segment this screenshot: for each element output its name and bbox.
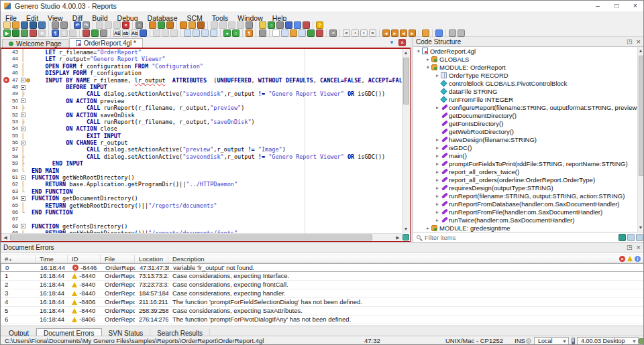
new-file-button[interactable] xyxy=(3,21,11,29)
column-header-description[interactable]: Description xyxy=(168,255,644,263)
fold-indicator[interactable]: │ xyxy=(19,63,26,70)
import-schema-button[interactable] xyxy=(149,21,156,29)
chevron-right-icon[interactable]: ▸ xyxy=(434,137,441,143)
code-line-66[interactable]: 66└END FUNCTION xyxy=(1,209,402,216)
code-line-54[interactable]: 54 ON ACTION close xyxy=(1,125,402,132)
split-grid-button[interactable] xyxy=(210,29,217,37)
tile-windows-button[interactable] xyxy=(458,29,465,37)
undo-button[interactable]: ↶ xyxy=(74,21,81,29)
merge-view-button[interactable]: ≡ xyxy=(329,29,337,37)
previous-change-button[interactable]: ◂ xyxy=(382,29,390,37)
outdent-button[interactable] xyxy=(162,29,169,37)
last-error-button[interactable]: » xyxy=(369,29,376,37)
show-invisibles-button[interactable]: ¶ xyxy=(52,29,59,37)
tree-item[interactable]: ▸promptForFieldsToPrint(rddFile:STRING, … xyxy=(413,159,637,167)
print-preview-button[interactable] xyxy=(60,21,68,29)
format-report-button[interactable]: ¶ xyxy=(246,29,253,37)
code-line-68[interactable]: 68FUNCTION getFontsDirectory() xyxy=(1,223,402,230)
fullscreen-button[interactable] xyxy=(435,29,443,37)
fold-indicator[interactable]: │ xyxy=(19,202,26,209)
scroll-left-icon[interactable]: ◀ xyxy=(1,234,9,242)
copy-button[interactable] xyxy=(105,21,112,29)
code-line-62[interactable]: 62│ RETURN base.Application.getProgramDi… xyxy=(1,181,402,188)
fold-indicator[interactable]: │ xyxy=(19,49,26,56)
form-new-button[interactable] xyxy=(272,29,280,37)
next-bookmark-button[interactable]: ▸ xyxy=(409,29,416,37)
chevron-right-icon[interactable]: ▸ xyxy=(434,145,441,151)
tree-item[interactable]: ▸requiresDesign(outputType:STRING) xyxy=(413,184,637,192)
find-in-files-button[interactable]: ○ xyxy=(136,21,143,29)
column-header-file[interactable]: File xyxy=(101,255,135,263)
compile-button[interactable] xyxy=(180,21,187,29)
schema-browser-button[interactable] xyxy=(259,21,266,29)
tree-item[interactable]: controlBlock GLOBALS.PivotControlBlock xyxy=(413,79,637,87)
fold-indicator[interactable]: ├ xyxy=(19,160,26,167)
stop-build-button[interactable] xyxy=(211,21,218,29)
fold-indicator[interactable]: ├ xyxy=(19,90,26,97)
filter-errors-icon[interactable]: × xyxy=(619,256,625,262)
form-image-button[interactable] xyxy=(316,29,323,37)
tree-item[interactable]: ▸GLOBALS xyxy=(413,55,637,63)
record-macro-button[interactable]: ● xyxy=(223,29,231,37)
help-button[interactable]: ? xyxy=(316,21,323,29)
chevron-down-icon[interactable]: ▾ xyxy=(415,48,422,54)
tree-item[interactable]: ▸configureReport(filename:STRING, output… xyxy=(413,103,637,111)
chevron-right-icon[interactable]: ▸ xyxy=(434,72,441,78)
comment-block-button[interactable] xyxy=(69,29,76,37)
fold-indicator[interactable] xyxy=(19,98,26,105)
tree-item[interactable]: dataFile STRING xyxy=(413,87,637,95)
code-line-61[interactable]: 61FUNCTION getWebRootDirectory() xyxy=(1,174,402,181)
user-management-button[interactable] xyxy=(285,21,292,29)
paste-button[interactable] xyxy=(113,21,121,29)
form-html-button[interactable] xyxy=(307,29,315,37)
code-line-52[interactable]: 52 ON ACTION saveOnDisk xyxy=(1,112,402,119)
code-line-44[interactable]: 44│ LET r_output="Genero Report Viewer" xyxy=(1,56,402,62)
split-editor-icon[interactable] xyxy=(402,234,409,240)
fold-indicator[interactable]: ├ xyxy=(19,119,26,125)
next-error-button[interactable]: › xyxy=(360,29,368,37)
split-vertical-button[interactable] xyxy=(193,29,200,37)
zoom-reset-button[interactable] xyxy=(100,29,107,37)
auto-indent-button[interactable] xyxy=(170,29,178,37)
float-errors-panel-icon[interactable]: ◳ xyxy=(627,244,633,251)
form-grid-button[interactable] xyxy=(281,29,288,37)
fold-box-icon[interactable] xyxy=(21,113,25,117)
close-panel-icon[interactable]: × xyxy=(637,38,641,46)
scroll-down-icon[interactable]: ▼ xyxy=(402,225,410,233)
tree-item[interactable]: ▸MODULE: gredesigntime xyxy=(413,224,637,232)
editor-vertical-scrollbar[interactable]: ▲ ▼ xyxy=(402,49,410,233)
chevron-down-icon[interactable]: ▾ xyxy=(425,64,431,70)
code-line-43[interactable]: 43│ LET r_filename="OrderReport" xyxy=(1,49,402,56)
fold-box-icon[interactable] xyxy=(21,224,25,228)
filter-info-icon[interactable]: i xyxy=(635,256,641,262)
stop-button[interactable]: ■ xyxy=(38,29,46,37)
code-line-51[interactable]: 51├ CALL runReport(r_filename, r_output,… xyxy=(1,105,402,111)
fold-box-icon[interactable] xyxy=(21,85,25,90)
zoom-in-button[interactable] xyxy=(91,29,99,37)
fold-indicator[interactable] xyxy=(19,223,26,230)
form-folder-button[interactable] xyxy=(290,29,297,37)
tree-item[interactable]: getFontsDirectory() xyxy=(413,119,637,127)
first-error-button[interactable]: « xyxy=(343,29,350,37)
tree-item[interactable]: ▸main() xyxy=(413,151,637,159)
compare-files-button[interactable] xyxy=(259,29,266,37)
code-line-57[interactable]: 57│ CALL dialog.setActionActive("preview… xyxy=(1,146,402,153)
chevron-right-icon[interactable]: ▸ xyxy=(434,185,441,191)
error-row[interactable]: 616:18:44-8406OrderRepor...276:14:276:38… xyxy=(1,316,644,324)
chevron-right-icon[interactable]: ▸ xyxy=(434,177,441,183)
cascade-windows-button[interactable] xyxy=(449,29,456,37)
chevron-right-icon[interactable]: ▸ xyxy=(434,105,441,111)
filter-items-input[interactable] xyxy=(423,233,619,242)
run-with-settings-button[interactable] xyxy=(12,29,19,37)
chevron-right-icon[interactable]: ▸ xyxy=(434,153,441,159)
code-line-56[interactable]: 56 ON CHANGE r_output xyxy=(1,139,402,146)
fold-indicator[interactable]: ├ xyxy=(19,153,26,160)
pin-layout-button[interactable] xyxy=(303,21,310,29)
code-line-46[interactable]: 46│ DISPLAY FORM f_configuration xyxy=(1,70,402,76)
scroll-up-icon[interactable]: ▲ xyxy=(402,49,410,57)
build-settings-button[interactable] xyxy=(237,21,244,29)
column-header-id[interactable]: ID xyxy=(68,255,101,263)
fold-indicator[interactable]: │ xyxy=(19,146,26,153)
lowercase-button[interactable]: ab xyxy=(122,29,129,37)
code-line-67[interactable]: 67 xyxy=(1,216,402,222)
